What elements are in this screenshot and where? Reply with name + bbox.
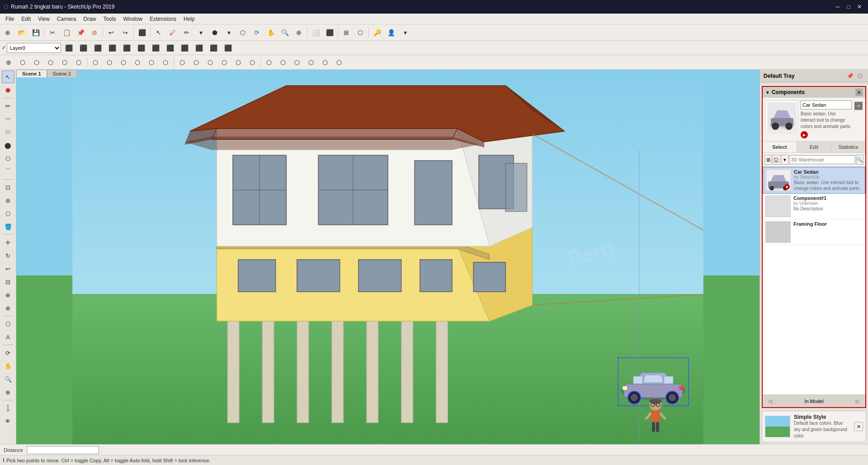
menu-file[interactable]: File <box>2 15 18 23</box>
minimize-button[interactable]: ─ <box>833 2 843 12</box>
viewport[interactable]: Scene 1 Scene 2 <box>16 70 760 444</box>
zoom-ext-tool[interactable]: ⊕ <box>292 26 306 39</box>
view-btn9[interactable]: ⬡ <box>117 56 130 69</box>
rotate-tool-btn[interactable]: ↻ <box>2 249 14 262</box>
new-button[interactable]: ⊕ <box>1 26 14 39</box>
view-btn10[interactable]: ⬡ <box>131 56 144 69</box>
layer-dropdown[interactable]: Layer0 <box>7 43 61 53</box>
pushpull-tool-btn[interactable]: ⊡ <box>2 181 14 194</box>
text-tool-btn[interactable]: A <box>2 331 14 343</box>
zoom-tool-btn2[interactable]: 🔍 <box>2 373 14 385</box>
section-display[interactable]: ⬛ <box>323 26 336 39</box>
erase-button[interactable]: ⊘ <box>88 26 101 39</box>
look-around-btn[interactable]: 👁 <box>2 415 14 427</box>
arc-tool-btn[interactable]: ⌒ <box>2 165 14 178</box>
walk-tool-btn[interactable]: 🚶 <box>2 402 14 414</box>
component-item-0[interactable]: ▶ Car Sedan by SketchUp Basic sedan. Use… <box>763 167 865 194</box>
layer-btn1[interactable]: ⬛ <box>62 41 75 55</box>
menu-edit[interactable]: Edit <box>18 15 34 23</box>
view-btn8[interactable]: ⬡ <box>103 56 116 69</box>
maximize-button[interactable]: □ <box>844 2 854 12</box>
paste-button[interactable]: 📌 <box>74 26 87 39</box>
view-btn3[interactable]: ⬡ <box>30 56 43 69</box>
component-item-1[interactable]: Component#1 by Unknown No Description <box>763 194 865 219</box>
view-btn12[interactable]: ⬡ <box>159 56 172 69</box>
view-btn19[interactable]: ⬡ <box>262 56 276 69</box>
follow-me-tool[interactable]: 🔑 <box>370 26 384 39</box>
layer-btn7[interactable]: ⬛ <box>149 41 162 55</box>
layer-btn9[interactable]: ⬛ <box>178 41 191 55</box>
save-button[interactable]: 💾 <box>29 26 42 39</box>
undo-button[interactable]: ↩ <box>104 26 118 39</box>
view-btn20[interactable]: ⬡ <box>276 56 290 69</box>
canvas-area[interactable]: Perg... <box>16 70 760 444</box>
footer-back-button[interactable]: ◁ <box>765 397 774 406</box>
scene-tab-2[interactable]: Scene 2 <box>47 70 77 77</box>
view-btn11[interactable]: ⬡ <box>145 56 158 69</box>
view-btn23[interactable]: ⬡ <box>318 56 332 69</box>
menu-extensions[interactable]: Extensions <box>146 15 180 23</box>
menu-camera[interactable]: Camera <box>53 15 80 23</box>
layer-btn5[interactable]: ⬛ <box>120 41 133 55</box>
view-btn2[interactable]: ⬡ <box>16 56 29 69</box>
view-btn15[interactable]: ⬡ <box>203 56 217 69</box>
layer-btn12[interactable]: ⬛ <box>221 41 235 55</box>
component-tool-btn[interactable]: ⬟ <box>2 84 14 96</box>
flip-tool-btn[interactable]: ↩ <box>2 262 14 275</box>
component-button[interactable]: ⊞ <box>340 26 353 39</box>
rectangle-tool-btn[interactable]: ⬭ <box>2 126 14 138</box>
redo-button[interactable]: ↪ <box>118 26 132 39</box>
view-btn13[interactable]: ⬡ <box>175 56 189 69</box>
section-tool[interactable]: ⬜ <box>309 26 322 39</box>
view-btn18[interactable]: ⬡ <box>245 56 259 69</box>
freehand-tool-btn[interactable]: 〰 <box>2 113 14 125</box>
user-dropdown[interactable]: ▾ <box>398 26 412 39</box>
zoom-window-btn[interactable]: ⊕ <box>2 386 14 399</box>
styles-edit-button[interactable]: ✕ <box>854 422 863 431</box>
user-button[interactable]: 👤 <box>384 26 398 39</box>
group-button[interactable]: ⬡ <box>354 26 367 39</box>
shape-dropdown[interactable]: ▾ <box>222 26 236 39</box>
layer-btn4[interactable]: ⬛ <box>105 41 119 55</box>
menu-tools[interactable]: Tools <box>100 15 120 23</box>
protractor-tool-btn[interactable]: ⊕ <box>2 302 14 314</box>
components-close-button[interactable]: ✕ <box>855 89 863 96</box>
view-btn24[interactable]: ⬡ <box>332 56 346 69</box>
layer-btn10[interactable]: ⬛ <box>192 41 206 55</box>
menu-view[interactable]: View <box>34 15 53 23</box>
view-btn1[interactable]: ⊕ <box>2 56 15 69</box>
view-btn4[interactable]: ⬡ <box>44 56 57 69</box>
move-tool-btn[interactable]: ✛ <box>2 236 14 249</box>
view-btn17[interactable]: ⬡ <box>231 56 245 69</box>
scene-tab-1[interactable]: Scene 1 <box>16 70 47 77</box>
tab-select[interactable]: Select <box>763 142 797 152</box>
select-tool[interactable]: ↖ <box>152 26 165 39</box>
pencil-tool-btn[interactable]: ✏ <box>2 100 14 112</box>
layer-btn3[interactable]: ⬛ <box>91 41 104 55</box>
layer-btn11[interactable]: ⬛ <box>207 41 220 55</box>
scale-tool-btn[interactable]: ⬡ <box>2 207 14 220</box>
push-pull-tool[interactable]: ⬡ <box>236 26 250 39</box>
menu-window[interactable]: Window <box>120 15 146 23</box>
component-search-button[interactable]: 🔍 <box>856 155 863 165</box>
copy-button[interactable]: 📋 <box>60 26 73 39</box>
view-btn21[interactable]: ⬡ <box>290 56 304 69</box>
component-search-input[interactable] <box>789 155 855 164</box>
eraser-tool-btn[interactable]: ⬡ <box>2 318 14 330</box>
orbit-tool[interactable]: ⟳ <box>250 26 264 39</box>
view-btn22[interactable]: ⬡ <box>304 56 318 69</box>
menu-draw[interactable]: Draw <box>80 15 100 23</box>
zoom-tool[interactable]: 🔍 <box>278 26 292 39</box>
view-home-button[interactable]: 🏠 <box>773 155 780 165</box>
polygon-tool-btn[interactable]: ⬡ <box>2 152 14 165</box>
open-button[interactable]: 📂 <box>15 26 28 39</box>
view-btn5[interactable]: ⬡ <box>58 56 71 69</box>
view-grid-button[interactable]: ⊞ <box>764 155 772 165</box>
paint-tool[interactable]: 🖊 <box>166 26 179 39</box>
pencil-dropdown[interactable]: ▾ <box>194 26 208 39</box>
tray-expand-button[interactable]: ⬡ <box>855 71 864 81</box>
tab-statistics[interactable]: Statistics <box>831 142 865 152</box>
circle-tool-btn[interactable]: ⬤ <box>2 139 14 152</box>
view-btn7[interactable]: ⬡ <box>89 56 102 69</box>
pan-tool-btn[interactable]: ✋ <box>2 360 14 372</box>
